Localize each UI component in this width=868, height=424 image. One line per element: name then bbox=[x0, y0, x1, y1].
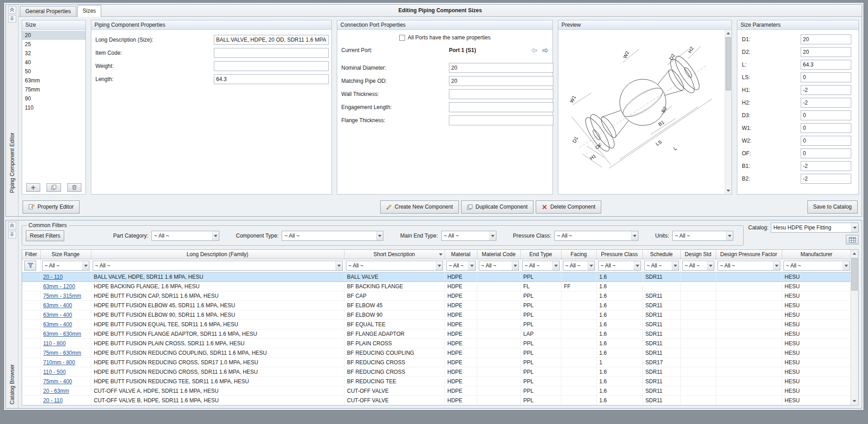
d1-input[interactable] bbox=[801, 34, 851, 44]
size-range-link[interactable]: 710mm - 800 bbox=[43, 359, 75, 366]
short-description-column-header[interactable]: Short Description bbox=[344, 250, 444, 259]
all-ports-checkbox[interactable] bbox=[399, 35, 405, 41]
size-range-filter-dropdown[interactable]: ~ All ~ bbox=[42, 261, 90, 271]
nominal-diameter-input[interactable] bbox=[449, 63, 553, 73]
size-range-link[interactable]: 63mm - 400 bbox=[43, 312, 72, 318]
pressure-class-column-header[interactable]: Pressure Class bbox=[596, 250, 642, 259]
design-std-filter-dropdown[interactable]: ~ All ~ bbox=[682, 261, 714, 271]
design-std-column-header[interactable]: Design Std bbox=[680, 250, 716, 259]
material-filter-dropdown[interactable]: ~ All ~ bbox=[446, 261, 476, 271]
editor-side-tab[interactable]: Piping Component Editor bbox=[9, 133, 15, 193]
manufacturer-filter-dropdown[interactable]: ~ All ~ bbox=[783, 261, 850, 271]
table-row[interactable]: 20 - 110CUT-OFF VALVE B, HDPE, SDR11 1.6… bbox=[22, 395, 850, 405]
short-description-filter-dropdown[interactable]: ~ All ~ bbox=[346, 261, 443, 271]
catalog-select[interactable]: Hesu HDPE Pipe Fitting bbox=[771, 223, 859, 233]
table-row[interactable]: 75mm - 315mmHDPE BUTT FUSION CAP, SDR11 … bbox=[22, 291, 850, 300]
scroll-down-icon[interactable] bbox=[725, 187, 731, 194]
size-range-link[interactable]: 75mm - 315mm bbox=[43, 293, 81, 299]
schedule-column-header[interactable]: Schedule bbox=[642, 250, 680, 259]
size-range-link[interactable]: 75mm - 630mm bbox=[43, 350, 81, 356]
design-pressure-factor-column-header[interactable]: Design Pressure Factor bbox=[716, 250, 782, 259]
filter-funnel-button[interactable] bbox=[24, 261, 36, 271]
b2-input[interactable] bbox=[801, 174, 851, 184]
table-row[interactable]: 110 - 800HDPE BUTT FUSION PLAIN CROSS, S… bbox=[22, 338, 850, 348]
collapse-panel-button[interactable] bbox=[8, 222, 16, 229]
size-range-column-header[interactable]: Size Range bbox=[40, 250, 91, 259]
size-range-link[interactable]: 63mm - 400 bbox=[43, 321, 72, 328]
manufacturer-column-header[interactable]: Manufacturer bbox=[782, 250, 850, 259]
engagement-length-input[interactable] bbox=[449, 102, 553, 112]
material-code-column-header[interactable]: Material Code bbox=[477, 250, 520, 259]
tab-general-properties[interactable]: General Properties bbox=[20, 6, 76, 16]
save-to-catalog-button[interactable]: Save to Catalog bbox=[807, 200, 858, 214]
long-description-family-filter-dropdown[interactable]: ~ All ~ bbox=[93, 261, 343, 271]
size-list-item[interactable]: 32 bbox=[22, 49, 85, 58]
delete-size-button[interactable] bbox=[67, 183, 81, 192]
table-row[interactable]: 63mm - 630mmHDPE BUTT FUSION FLANGE ADAP… bbox=[22, 329, 850, 338]
item-code-input[interactable] bbox=[214, 48, 329, 58]
part-category-dropdown[interactable]: ~ All ~ bbox=[151, 231, 219, 241]
filter-column-header[interactable]: Filter bbox=[22, 250, 40, 259]
l-input[interactable] bbox=[801, 60, 851, 70]
w2-input[interactable] bbox=[801, 136, 851, 146]
reset-filters-button[interactable]: Reset Filters bbox=[26, 230, 64, 241]
collapse-panel-button[interactable] bbox=[8, 6, 16, 14]
next-port-button[interactable] bbox=[542, 48, 549, 53]
flange-thickness-input[interactable] bbox=[449, 115, 553, 125]
facing-column-header[interactable]: Facing bbox=[561, 250, 596, 259]
scrollbar-thumb[interactable] bbox=[851, 258, 858, 291]
h1-input[interactable] bbox=[801, 85, 851, 95]
table-row[interactable]: 63mm - 1200HDPE BACKING FLANGE, 1.6 MPA,… bbox=[22, 281, 850, 291]
w1-input[interactable] bbox=[801, 123, 851, 133]
size-range-link[interactable]: 75mm - 400 bbox=[43, 378, 72, 385]
units-dropdown[interactable]: ~ All ~ bbox=[672, 231, 733, 241]
long-description-family-column-header[interactable]: Long Description (Family) bbox=[91, 250, 344, 259]
wall-thickness-input[interactable] bbox=[449, 89, 553, 99]
size-list-item[interactable]: 110 bbox=[22, 103, 85, 112]
scroll-up-icon[interactable] bbox=[725, 30, 731, 37]
table-row[interactable]: 75mm - 400HDPE BUTT FUSION REDUCING TEE,… bbox=[22, 376, 850, 386]
size-list-item[interactable]: 25 bbox=[22, 40, 85, 49]
schedule-filter-dropdown[interactable]: ~ All ~ bbox=[644, 261, 679, 271]
length-input[interactable] bbox=[214, 74, 329, 84]
main-end-type-dropdown[interactable]: ~ All ~ bbox=[441, 231, 496, 241]
grid-view-button[interactable] bbox=[846, 235, 859, 244]
size-list-item[interactable]: 63mm bbox=[22, 76, 85, 85]
scroll-down-icon[interactable] bbox=[851, 397, 858, 405]
d2-input[interactable] bbox=[801, 47, 851, 57]
pin-panel-button[interactable] bbox=[8, 15, 16, 23]
duplicate-size-button[interactable] bbox=[47, 183, 61, 192]
long-description-size-input[interactable] bbox=[214, 35, 329, 45]
table-row[interactable]: 75mm - 630mmHDPE BUTT FUSION REDUCING CO… bbox=[22, 348, 850, 357]
of-input[interactable] bbox=[801, 148, 851, 158]
size-range-link[interactable]: 20 - 110 bbox=[43, 274, 63, 280]
pressure-class-dropdown[interactable]: ~ All ~ bbox=[554, 231, 638, 241]
grid-scrollbar[interactable] bbox=[850, 250, 858, 405]
size-range-link[interactable]: 63mm - 400 bbox=[43, 302, 72, 309]
table-row[interactable]: 20 - 110BALL VALVE, HDPE, SDR11 1.6 MPA,… bbox=[22, 272, 850, 281]
weight-input[interactable] bbox=[214, 61, 329, 71]
size-range-link[interactable]: 20 - 63mm bbox=[43, 388, 69, 394]
ls-input[interactable] bbox=[801, 72, 851, 82]
end-type-column-header[interactable]: End Type bbox=[520, 250, 561, 259]
table-row[interactable]: 710mm - 800HDPE BUTT FUSION REDUCING CRO… bbox=[22, 357, 850, 367]
size-list-item[interactable]: 50 bbox=[22, 67, 85, 76]
tab-sizes[interactable]: Sizes bbox=[77, 5, 101, 17]
table-row[interactable]: 110 - 500HDPE BUTT FUSION REDUCING CROSS… bbox=[22, 367, 850, 376]
size-list-item[interactable]: 90 bbox=[22, 94, 85, 103]
material-column-header[interactable]: Material bbox=[444, 250, 477, 259]
pressure-class-filter-dropdown[interactable]: ~ All ~ bbox=[598, 261, 641, 271]
size-list-item[interactable]: 20 bbox=[22, 31, 85, 40]
b1-input[interactable] bbox=[801, 161, 851, 171]
property-editor-button[interactable]: Property Editor bbox=[23, 200, 80, 214]
table-row[interactable]: 63mm - 400HDPE BUTT FUSION ELBOW 45, SDR… bbox=[22, 300, 850, 310]
size-range-link[interactable]: 110 - 800 bbox=[43, 340, 66, 347]
table-row[interactable]: 63mm - 400HDPE BUTT FUSION ELBOW 90, SDR… bbox=[22, 310, 850, 319]
add-size-button[interactable] bbox=[26, 183, 40, 192]
design-pressure-factor-filter-dropdown[interactable]: ~ All ~ bbox=[717, 261, 780, 271]
size-range-link[interactable]: 63mm - 630mm bbox=[43, 331, 81, 337]
scroll-up-icon[interactable] bbox=[851, 250, 858, 257]
create-new-component-button[interactable]: Create New Component bbox=[380, 200, 459, 214]
scrollbar-thumb[interactable] bbox=[726, 37, 731, 91]
table-row[interactable]: 63mm - 400HDPE BUTT FUSION EQUAL TEE, SD… bbox=[22, 319, 850, 329]
